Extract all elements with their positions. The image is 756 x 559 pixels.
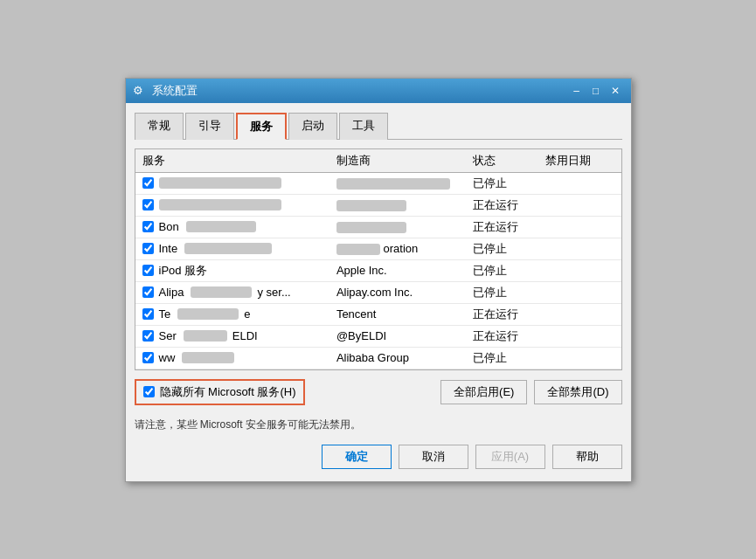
service-status-cell: 已停止 bbox=[466, 172, 538, 194]
cancel-button[interactable]: 取消 bbox=[399, 445, 468, 469]
service-name-blurred bbox=[184, 243, 272, 254]
tab-services[interactable]: 服务 bbox=[236, 113, 287, 140]
table-row: Ser ELDI @ByELDI 正在运行 bbox=[135, 325, 621, 347]
service-name-text: iPod 服务 bbox=[159, 263, 208, 279]
service-vendor-cell: oration bbox=[329, 238, 466, 259]
service-name-cell bbox=[135, 194, 329, 216]
service-status-cell: 正在运行 bbox=[466, 216, 538, 238]
service-date-cell bbox=[538, 347, 621, 369]
service-name-blurred bbox=[159, 199, 281, 210]
service-checkbox[interactable] bbox=[142, 286, 154, 298]
service-status-cell: 已停止 bbox=[466, 238, 538, 259]
service-checkbox[interactable] bbox=[142, 199, 154, 210]
service-name-blurred bbox=[191, 286, 252, 298]
minimize-button[interactable]: – bbox=[568, 82, 586, 100]
service-name-cell bbox=[135, 172, 329, 194]
maximize-button[interactable]: □ bbox=[587, 82, 605, 100]
service-checkbox[interactable] bbox=[142, 221, 154, 232]
help-button[interactable]: 帮助 bbox=[552, 445, 622, 469]
service-status-cell: 正在运行 bbox=[466, 325, 538, 347]
service-table: 服务 制造商 状态 禁用日期 bbox=[135, 149, 621, 369]
enable-all-button[interactable]: 全部启用(E) bbox=[440, 380, 527, 404]
tab-startup[interactable]: 启动 bbox=[288, 113, 337, 140]
hide-ms-checkbox[interactable] bbox=[143, 386, 155, 397]
table-row: 已停止 bbox=[135, 172, 621, 194]
service-name-cell: ww bbox=[135, 347, 329, 369]
service-checkbox[interactable] bbox=[142, 330, 154, 342]
service-checkbox[interactable] bbox=[142, 308, 154, 320]
title-bar: ⚙ 系统配置 – □ ✕ bbox=[126, 79, 631, 103]
tab-boot[interactable]: 引导 bbox=[185, 113, 234, 140]
bottom-buttons: 确定 取消 应用(A) 帮助 bbox=[135, 445, 622, 473]
window-icon: ⚙ bbox=[133, 84, 147, 98]
service-vendor-cell bbox=[329, 216, 466, 238]
service-name-prefix: Bon bbox=[159, 220, 179, 233]
service-date-cell bbox=[538, 281, 621, 303]
enable-disable-group: 全部启用(E) 全部禁用(D) bbox=[440, 380, 621, 404]
service-name-cell: Inte bbox=[135, 238, 329, 259]
service-name-suffix: ELDI bbox=[232, 329, 258, 342]
service-checkbox[interactable] bbox=[142, 265, 154, 276]
col-header-date: 禁用日期 bbox=[538, 149, 621, 173]
service-status-cell: 正在运行 bbox=[466, 303, 538, 325]
service-status-cell: 已停止 bbox=[466, 259, 538, 281]
service-name-cell: Ser ELDI bbox=[135, 325, 329, 347]
service-name-blurred bbox=[182, 352, 234, 363]
service-checkbox[interactable] bbox=[142, 352, 154, 363]
service-panel: 服务 制造商 状态 禁用日期 bbox=[135, 148, 622, 370]
service-date-cell bbox=[538, 172, 621, 194]
service-date-cell bbox=[538, 303, 621, 325]
col-header-vendor: 制造商 bbox=[329, 149, 466, 173]
service-date-cell bbox=[538, 325, 621, 347]
ok-button[interactable]: 确定 bbox=[322, 445, 392, 469]
table-row: Te e Tencent 正在运行 bbox=[135, 303, 621, 325]
service-vendor-cell: Apple Inc. bbox=[329, 259, 466, 281]
footer-row: 隐藏所有 Microsoft 服务(H) 全部启用(E) 全部禁用(D) bbox=[135, 379, 622, 405]
vendor-suffix: oration bbox=[384, 242, 419, 255]
service-checkbox[interactable] bbox=[142, 243, 154, 254]
col-header-service: 服务 bbox=[135, 149, 329, 173]
window-body: 常规 引导 服务 启动 工具 服务 制造商 状态 禁用日期 bbox=[126, 103, 631, 481]
tab-bar: 常规 引导 服务 启动 工具 bbox=[135, 112, 622, 140]
table-row: 正在运行 bbox=[135, 194, 621, 216]
vendor-blurred bbox=[336, 178, 450, 190]
service-name-cell: iPod 服务 bbox=[135, 259, 329, 281]
service-name-blurred bbox=[186, 221, 256, 232]
col-header-status: 状态 bbox=[466, 149, 538, 173]
service-name-cell: Te e bbox=[135, 303, 329, 325]
system-config-window: ⚙ 系统配置 – □ ✕ 常规 引导 服务 启动 工具 服务 制造商 bbox=[125, 78, 632, 482]
service-name-suffix: e bbox=[244, 307, 250, 321]
footer-notice: 请注意，某些 Microsoft 安全服务可能无法禁用。 bbox=[135, 414, 622, 436]
service-vendor-cell: Tencent bbox=[329, 303, 466, 325]
service-status-cell: 已停止 bbox=[466, 347, 538, 369]
service-vendor-cell bbox=[329, 194, 466, 216]
service-name-blurred bbox=[184, 330, 227, 342]
vendor-blurred bbox=[336, 200, 406, 211]
service-date-cell bbox=[538, 216, 621, 238]
service-checkbox[interactable] bbox=[142, 177, 154, 189]
service-name-prefix: Inte bbox=[159, 242, 178, 255]
service-name-prefix: ww bbox=[159, 351, 176, 364]
service-date-cell bbox=[538, 194, 621, 216]
service-name-prefix: Te bbox=[159, 307, 171, 321]
service-name-cell: Alipa y ser... bbox=[135, 281, 329, 303]
hide-ms-label: 隐藏所有 Microsoft 服务(H) bbox=[160, 384, 296, 400]
service-name-cell: Bon bbox=[135, 216, 329, 238]
table-row: ww Alibaba Group 已停止 bbox=[135, 347, 621, 369]
disable-all-button[interactable]: 全部禁用(D) bbox=[534, 380, 621, 404]
service-date-cell bbox=[538, 259, 621, 281]
table-row: Inte oration 已停止 bbox=[135, 238, 621, 259]
service-name-suffix: y ser... bbox=[257, 286, 290, 299]
tab-general[interactable]: 常规 bbox=[135, 113, 184, 140]
table-row: Alipa y ser... Alipay.com Inc. 已停止 bbox=[135, 281, 621, 303]
service-date-cell bbox=[538, 238, 621, 259]
service-vendor-cell: Alibaba Group bbox=[329, 347, 466, 369]
service-status-cell: 正在运行 bbox=[466, 194, 538, 216]
close-button[interactable]: ✕ bbox=[607, 82, 624, 100]
apply-button[interactable]: 应用(A) bbox=[475, 445, 545, 469]
service-vendor-cell: @ByELDI bbox=[329, 325, 466, 347]
table-row: iPod 服务 Apple Inc. 已停止 bbox=[135, 259, 621, 281]
tab-tools[interactable]: 工具 bbox=[339, 113, 388, 140]
vendor-blurred bbox=[336, 244, 380, 255]
service-name-prefix: Alipa bbox=[159, 286, 184, 299]
